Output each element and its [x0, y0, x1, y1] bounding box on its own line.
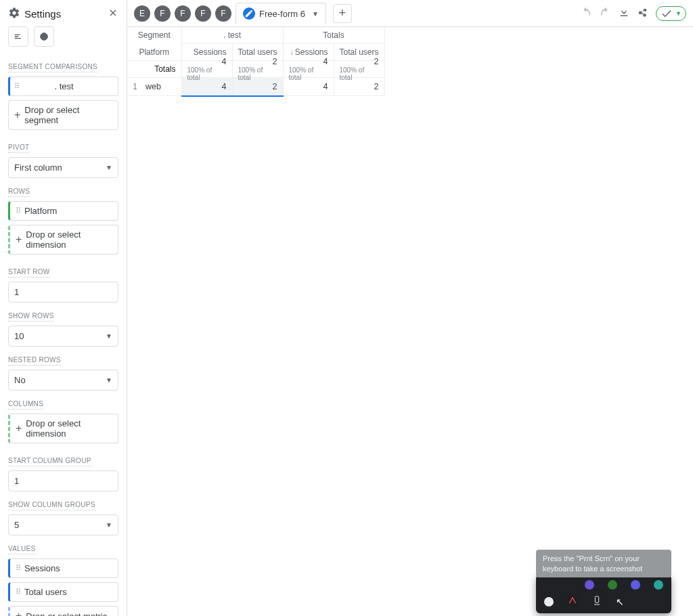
plus-icon: +: [16, 423, 22, 434]
value-chip-users[interactable]: Total users: [8, 582, 118, 602]
svg-rect-1: [567, 595, 578, 606]
active-tab[interactable]: Free-form 6 ▼: [236, 3, 326, 24]
show-col-select[interactable]: 5 ▼: [8, 514, 118, 535]
widget-bar[interactable]: ↖: [536, 575, 671, 613]
totals-cell: 4100% of total: [284, 62, 334, 76]
totals-cell: 4100% of total: [182, 62, 232, 76]
active-tab-label: Free-form 6: [259, 9, 305, 19]
columns-dropzone[interactable]: + Drop or select dimension: [8, 414, 118, 443]
segment-chip-label: . test: [54, 81, 73, 91]
tab-icon[interactable]: E: [134, 5, 150, 22]
caret-down-icon: ▼: [106, 376, 112, 384]
pivot-select[interactable]: First column ▼: [8, 157, 118, 178]
value-chip-sessions[interactable]: Sessions: [8, 558, 118, 578]
rows-chip[interactable]: Platform: [8, 201, 118, 221]
caret-down-icon: ▼: [106, 332, 112, 340]
download-icon[interactable]: [618, 6, 630, 20]
value-chip-label: Total users: [24, 587, 67, 597]
nested-rows-value: No: [14, 375, 26, 385]
section-label-pivot: PIVOT: [8, 144, 30, 153]
screenshot-widget: Press the "Prnt Scrn" on your keyboard t…: [536, 550, 671, 613]
show-col-value: 5: [14, 520, 19, 530]
share-icon[interactable]: [637, 6, 649, 20]
totals-label: Totals: [127, 61, 181, 77]
columns-drop-label: Drop or select dimension: [26, 418, 112, 439]
start-row-input[interactable]: 1: [8, 282, 118, 303]
tab-icon[interactable]: F: [195, 5, 211, 22]
header-group-a: . test: [182, 27, 283, 43]
section-label-show-rows: SHOW ROWS: [8, 312, 54, 322]
value-chip-label: Sessions: [24, 563, 60, 573]
section-label-values: VALUES: [8, 545, 36, 554]
record-icon[interactable]: [544, 597, 554, 607]
show-rows-select[interactable]: 10 ▼: [8, 326, 118, 347]
drag-handle-icon[interactable]: [14, 82, 19, 91]
section-label-start-col: START COLUMN GROUP: [8, 457, 91, 466]
tab-icon[interactable]: F: [154, 5, 171, 22]
show-rows-value: 10: [14, 331, 24, 341]
toolbar-lines-icon[interactable]: [8, 26, 28, 47]
totals-cell: 2100% of total: [233, 62, 283, 76]
tabs-bar: E F F F F Free-form 6 ▼ + ▼: [127, 0, 693, 27]
rows-drop-label: Drop or select dimension: [26, 229, 112, 250]
cursor-icon[interactable]: ↖: [616, 596, 624, 607]
caret-down-icon: ▼: [675, 10, 681, 17]
drag-handle-icon[interactable]: [16, 206, 20, 215]
segment-dropzone[interactable]: + Drop or select segment: [8, 100, 118, 130]
drag-handle-icon[interactable]: [16, 564, 20, 573]
app-icon[interactable]: [567, 595, 578, 608]
settings-sidebar: Settings SEGMENT COMPARISONS . test + Dr…: [0, 0, 127, 616]
section-label-nested-rows: NESTED ROWS: [8, 356, 61, 366]
values-drop-label: Drop or select metric: [26, 611, 107, 617]
close-icon[interactable]: [108, 7, 118, 20]
plus-icon: +: [16, 234, 22, 245]
widget-dot-icon[interactable]: [654, 580, 663, 590]
caret-down-icon: ▼: [106, 521, 112, 529]
totals-cell: 2100% of total: [334, 62, 384, 76]
widget-dot-icon[interactable]: [631, 580, 640, 590]
header-segment: Segment: [127, 27, 181, 43]
svg-rect-2: [595, 596, 598, 602]
tab-icon[interactable]: F: [175, 5, 191, 22]
add-tab-button[interactable]: +: [333, 4, 352, 23]
header-group-b: Totals: [284, 27, 384, 43]
sidebar-title: Settings: [24, 8, 61, 20]
values-dropzone[interactable]: + Drop or select metric: [8, 606, 118, 616]
section-label-columns: COLUMNS: [8, 400, 43, 410]
section-label-show-col: SHOW COLUMN GROUPS: [8, 501, 95, 510]
caret-down-icon[interactable]: ▼: [312, 10, 319, 18]
report-table: Segment . test Totals Platform Sessions …: [127, 27, 385, 97]
plus-icon: +: [14, 110, 20, 120]
plus-icon: +: [16, 611, 22, 616]
status-pill[interactable]: ▼: [656, 6, 686, 21]
section-label-start-row: START ROW: [8, 268, 50, 278]
drag-handle-icon[interactable]: [16, 588, 20, 596]
undo-icon[interactable]: [580, 6, 592, 20]
pencil-icon: [243, 7, 255, 20]
segment-drop-label: Drop or select segment: [24, 105, 112, 125]
widget-dot-icon[interactable]: [608, 580, 617, 590]
gear-icon: [8, 7, 20, 21]
section-label-rows: ROWS: [8, 188, 30, 197]
pivot-value: First column: [14, 162, 62, 173]
redo-icon[interactable]: [599, 6, 611, 20]
rows-chip-label: Platform: [24, 206, 57, 216]
tab-icon[interactable]: F: [215, 5, 231, 22]
segment-chip[interactable]: . test: [8, 76, 118, 96]
rows-dropzone[interactable]: + Drop or select dimension: [8, 225, 118, 255]
nested-rows-select[interactable]: No ▼: [8, 370, 118, 391]
toolbar-globe-icon[interactable]: [34, 26, 54, 47]
screenshot-tooltip: Press the "Prnt Scrn" on your keyboard t…: [536, 550, 671, 577]
start-row-value: 1: [14, 287, 19, 297]
sort-desc-icon: ↓: [290, 49, 294, 56]
device-icon[interactable]: [591, 595, 602, 608]
canvas-area: E F F F F Free-form 6 ▼ + ▼ Segment: [127, 0, 693, 616]
section-label-segments: SEGMENT COMPARISONS: [8, 63, 97, 72]
start-col-value: 1: [14, 476, 19, 486]
caret-down-icon: ▼: [106, 164, 112, 171]
header-platform: Platform: [127, 44, 181, 60]
start-col-input[interactable]: 1: [8, 470, 118, 491]
widget-dot-icon[interactable]: [585, 580, 594, 590]
